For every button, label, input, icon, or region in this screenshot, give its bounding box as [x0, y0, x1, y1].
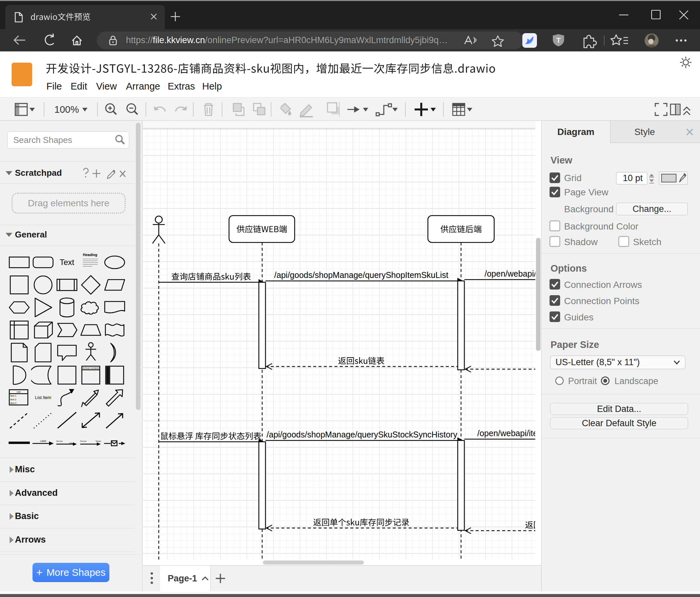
svg-text:/open/webapi/: /open/webapi/: [484, 269, 535, 278]
svg-text:List Item: List Item: [35, 395, 51, 400]
svg-text:Source: Source: [80, 440, 87, 442]
svg-text:Source: Source: [56, 440, 63, 442]
svg-text:Vertical Container: Vertical Container: [82, 367, 99, 369]
svg-text:Item 3: Item 3: [10, 402, 16, 404]
svg-text:Label: Label: [69, 442, 74, 444]
svg-text:Label: Label: [40, 439, 46, 443]
svg-text:List: List: [17, 391, 21, 393]
svg-text:Item 2: Item 2: [10, 398, 16, 401]
svg-text:/api/goods/shopManage/querySho: /api/goods/shopManage/queryShopItemSkuLi…: [274, 270, 448, 280]
svg-text:Target: Target: [96, 440, 101, 442]
svg-text:/open/webapi/iten: /open/webapi/iten: [477, 429, 535, 438]
svg-text:Item 1: Item 1: [10, 395, 16, 397]
svg-text:100%: 100%: [54, 104, 79, 115]
svg-text:/api/goods/shopManage/querySku: /api/goods/shopManage/querySkuStockSyncH…: [267, 430, 457, 439]
svg-text:Text: Text: [60, 258, 74, 267]
svg-text:Heading: Heading: [83, 253, 97, 257]
